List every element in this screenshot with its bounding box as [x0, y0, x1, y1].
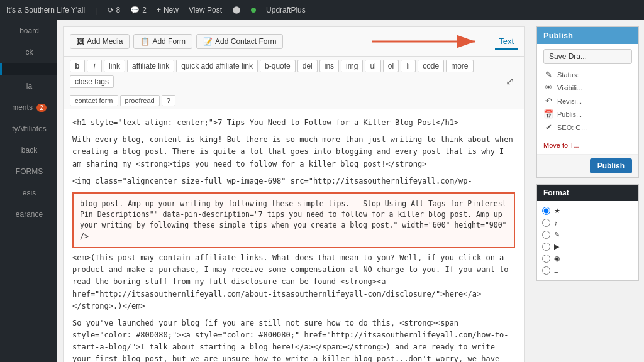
sidebar-item-affiliates[interactable]: tyAffiliates — [0, 118, 57, 140]
text-tab[interactable]: Text — [495, 34, 518, 50]
publish-btn-row: Publish — [537, 154, 638, 177]
proofread-button[interactable]: proofread — [120, 95, 160, 106]
question-mark-button[interactable]: ? — [162, 95, 175, 106]
contact-icon: 📝 — [203, 37, 213, 46]
visibility-icon: 👁 — [543, 83, 553, 92]
save-draft-button[interactable]: Save Dra... — [543, 49, 632, 64]
right-panel: Publish Save Dra... ✎ Status: 👁 Visibili… — [531, 20, 644, 362]
form-icon: 📋 — [140, 37, 150, 46]
sidebar-item-comments[interactable]: ments 2 — [0, 97, 57, 118]
status-dot — [251, 8, 256, 13]
sidebar-item-dashboard[interactable]: board — [0, 20, 57, 41]
view-post-link[interactable]: View Post — [189, 6, 222, 14]
publish-box: Publish Save Dra... ✎ Status: 👁 Visibili… — [536, 26, 639, 178]
contact-form-button[interactable]: contact form — [70, 95, 118, 106]
site-name[interactable]: It's a Southern Life Y'all — [6, 6, 85, 14]
sidebar-item-back[interactable]: ck — [0, 41, 57, 63]
sidebar-item-links[interactable]: back — [0, 140, 57, 161]
admin-bar: It's a Southern Life Y'all | ⟳ 8 💬 2 + N… — [0, 0, 644, 20]
comment-count[interactable]: 💬 2 — [130, 6, 147, 14]
schedule-icon: 📅 — [543, 109, 553, 119]
add-form-button[interactable]: 📋 Add Form — [133, 34, 192, 49]
sidebar-label-thesis: esis — [23, 189, 36, 197]
move-to-trash-link[interactable]: Move to T... — [543, 141, 579, 149]
update-count[interactable]: ⟳ 8 — [108, 6, 121, 14]
format-icon-aside: ✎ — [554, 231, 560, 239]
highlighted-content-block: blog post. Amp up your writing by follow… — [72, 192, 515, 248]
svg-point-0 — [233, 6, 240, 14]
format-box: Format ★ ♪ ✎ — [536, 184, 639, 281]
format-option-audio[interactable]: ♪ — [542, 217, 633, 229]
format-radio-audio[interactable] — [542, 219, 550, 227]
ins-button[interactable]: ins — [319, 60, 339, 72]
ol-button[interactable]: ol — [383, 60, 399, 72]
format-radio-video[interactable] — [542, 243, 550, 251]
format-option-standard[interactable]: ★ — [542, 205, 633, 217]
new-post-button[interactable]: + New — [157, 6, 179, 14]
format-option-video[interactable]: ▶ — [542, 241, 633, 253]
visibility-label: Visibili... — [557, 84, 582, 92]
sidebar-label-media: ia — [26, 82, 32, 90]
revisions-icon: ↶ — [543, 96, 553, 106]
format-icon-quote: ◉ — [554, 255, 560, 263]
revisions-row: ↶ Revisi... — [543, 94, 632, 107]
sidebar-item-posts[interactable] — [0, 63, 57, 75]
update-icon: ⟳ — [108, 6, 114, 14]
format-icon-standard: ★ — [554, 207, 560, 215]
more-button[interactable]: more — [446, 60, 473, 72]
main-layout: board ck ia ments 2 tyAffiliates back FO… — [0, 20, 644, 362]
italic-button[interactable]: i — [87, 60, 102, 72]
status-label: Status: — [557, 71, 579, 79]
quick-affiliate-button[interactable]: quick add affiliate link — [176, 60, 258, 72]
bquote-button[interactable]: b-quote — [260, 60, 296, 72]
publish-button[interactable]: Publish — [590, 158, 632, 173]
add-media-button[interactable]: 🖼 Add Media — [70, 34, 130, 49]
close-tags-button[interactable]: close tags — [70, 75, 114, 88]
bold-button[interactable]: b — [70, 60, 85, 72]
content-line1: <h1 style="text-align: center;">7 Tips Y… — [72, 117, 515, 129]
publish-box-body: Save Dra... ✎ Status: 👁 Visibili... ↶ Re… — [537, 44, 638, 139]
format-radio-standard[interactable] — [542, 207, 550, 215]
schedule-label: Publis... — [557, 111, 582, 118]
content-area: 🖼 Add Media 📋 Add Form 📝 Add Contact For… — [57, 20, 531, 362]
format-radio-aside[interactable] — [542, 231, 550, 239]
format-box-body: ★ ♪ ✎ ▶ — [537, 201, 638, 280]
updraft-label[interactable]: UpdraftPlus — [266, 6, 306, 14]
arrow-decoration — [287, 32, 491, 51]
seo-label: SEO: G... — [557, 124, 587, 131]
media-icon: 🖼 — [77, 37, 84, 46]
seo-icon: ✔ — [543, 123, 553, 132]
format-radio-quote[interactable] — [542, 255, 550, 263]
plus-icon: + — [157, 6, 161, 14]
sidebar-item-appearance[interactable]: earance — [0, 204, 57, 225]
img-button[interactable]: img — [341, 60, 363, 72]
format-box-header: Format — [537, 185, 638, 201]
ul-button[interactable]: ul — [365, 60, 380, 72]
move-to-trash-section: Move to T... — [537, 139, 638, 154]
sidebar-label-appearance: earance — [16, 210, 43, 219]
content-line2: With every blog, content is king! But th… — [72, 134, 515, 170]
del-button[interactable]: del — [297, 60, 318, 72]
sidebar-item-media[interactable]: ia — [0, 75, 57, 97]
sidebar-item-forms[interactable]: FORMS — [0, 161, 57, 182]
format-option-chat[interactable]: ≡ — [542, 265, 633, 277]
editor-content-area[interactable]: <h1 style="text-align: center;">7 Tips Y… — [64, 109, 524, 362]
format-option-aside[interactable]: ✎ — [542, 229, 633, 241]
sidebar-label-links: back — [21, 146, 37, 155]
sidebar-item-thesis[interactable]: esis — [0, 182, 57, 204]
format-option-quote[interactable]: ◉ — [542, 253, 633, 265]
li-button[interactable]: li — [401, 60, 416, 72]
link-button[interactable]: link — [104, 60, 125, 72]
format-radio-chat[interactable] — [542, 266, 550, 275]
content-line3: <img class="aligncenter size-full wp-ima… — [72, 175, 515, 187]
sidebar-label-comments: ments — [12, 103, 33, 112]
expand-icon[interactable]: ⤢ — [502, 74, 518, 89]
add-contact-form-button[interactable]: 📝 Add Contact Form — [196, 34, 283, 49]
publish-box-header: Publish — [537, 27, 638, 44]
highlighted-text: blog post. Amp up your writing by follow… — [80, 199, 507, 241]
format-icon-video: ▶ — [554, 243, 559, 251]
toolbar-row3: contact form proofread ? — [64, 92, 524, 109]
affiliate-link-button[interactable]: affiliate link — [127, 60, 174, 72]
code-button[interactable]: code — [418, 60, 444, 72]
comments-badge: 2 — [36, 104, 47, 112]
